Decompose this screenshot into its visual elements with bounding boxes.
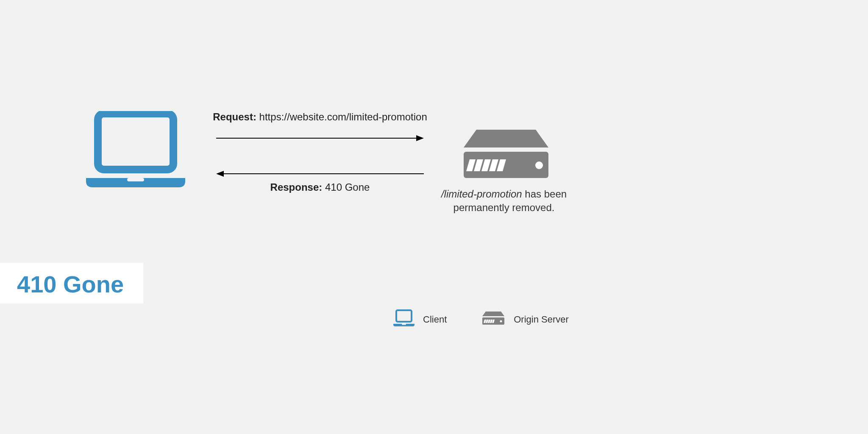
response-value: 410 Gone: [325, 181, 370, 193]
svg-rect-14: [396, 310, 412, 322]
request-label-bold: Request:: [213, 111, 256, 122]
legend: Client Origin Server: [392, 309, 569, 330]
svg-marker-16: [482, 312, 504, 316]
legend-origin: Origin Server: [481, 311, 569, 328]
laptop-icon: [83, 111, 189, 193]
request-label: Request: https://website.com/limited-pro…: [212, 111, 428, 123]
server-caption-rest1: has been: [522, 188, 567, 200]
arrow-right-icon: [216, 134, 424, 144]
server-caption-path: /limited-promotion: [441, 188, 522, 200]
laptop-icon: [392, 309, 415, 330]
svg-rect-0: [98, 114, 173, 170]
svg-rect-15: [402, 324, 406, 325]
server-icon: [460, 127, 552, 183]
page-title: 410 Gone: [17, 270, 124, 298]
svg-rect-1: [127, 178, 144, 181]
legend-origin-label: Origin Server: [514, 314, 569, 325]
svg-point-13: [535, 161, 543, 169]
server-caption-line2: permanently removed.: [453, 202, 555, 213]
title-box: 410 Gone: [0, 263, 143, 303]
svg-marker-3: [416, 135, 424, 141]
legend-client: Client: [392, 309, 447, 330]
response-label: Response: 410 Gone: [212, 181, 428, 193]
arrow-left-icon: [216, 170, 424, 180]
svg-point-23: [500, 320, 502, 323]
legend-client-label: Client: [423, 314, 447, 325]
request-url: https://website.com/limited-promotion: [259, 111, 427, 122]
server-caption: /limited-promotion has been permanently …: [438, 187, 570, 215]
svg-marker-5: [216, 171, 224, 177]
server-icon: [481, 311, 506, 328]
response-label-bold: Response:: [270, 181, 323, 193]
svg-marker-6: [464, 130, 548, 147]
